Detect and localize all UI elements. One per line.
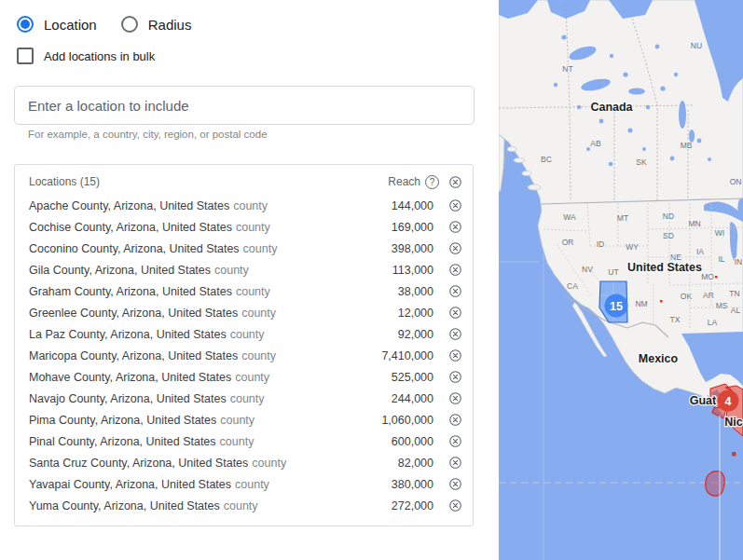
svg-text:BC: BC bbox=[541, 155, 552, 164]
remove-location-button[interactable] bbox=[448, 263, 462, 277]
svg-text:MO: MO bbox=[701, 272, 714, 281]
location-reach-value: 272,000 bbox=[392, 499, 433, 512]
remove-circle-icon bbox=[448, 370, 462, 384]
svg-text:SD: SD bbox=[663, 231, 674, 240]
svg-text:UT: UT bbox=[608, 267, 618, 277]
remove-location-button[interactable] bbox=[448, 198, 462, 212]
location-targeting-panel: Location Radius Add locations in bulk Fo… bbox=[0, 0, 499, 560]
remove-location-button[interactable] bbox=[448, 241, 462, 255]
label-guatemala: Guat bbox=[690, 394, 717, 407]
locations-panel-header: Locations (15) Reach ? bbox=[15, 165, 473, 192]
svg-text:MT: MT bbox=[617, 213, 628, 223]
remove-location-button[interactable] bbox=[448, 284, 462, 298]
location-row: Yavapai County, Arizona, United Statesco… bbox=[15, 473, 473, 495]
remove-circle-icon bbox=[448, 499, 462, 512]
remove-location-button[interactable] bbox=[448, 477, 462, 491]
svg-text:ND: ND bbox=[663, 212, 674, 221]
help-icon[interactable]: ? bbox=[425, 175, 439, 189]
location-row: La Paz County, Arizona, United Statescou… bbox=[15, 323, 473, 345]
label-nicaragua: Nic bbox=[724, 416, 743, 429]
svg-text:OK: OK bbox=[681, 292, 693, 301]
location-search-input[interactable] bbox=[14, 86, 475, 125]
location-name: Greenlee County, Arizona, United States bbox=[29, 307, 238, 320]
location-type: county bbox=[220, 414, 255, 427]
location-reach-value: 525,000 bbox=[392, 371, 433, 384]
label-canada: Canada bbox=[590, 101, 633, 114]
radio-option-location[interactable]: Location bbox=[17, 16, 97, 33]
svg-text:MB: MB bbox=[681, 141, 693, 150]
remove-circle-icon bbox=[448, 263, 462, 277]
excluded-region-island[interactable] bbox=[706, 471, 724, 496]
location-name: Cochise County, Arizona, United States bbox=[29, 221, 232, 234]
remove-location-button[interactable] bbox=[448, 327, 462, 341]
svg-text:AR: AR bbox=[703, 291, 714, 300]
svg-text:TX: TX bbox=[670, 315, 681, 324]
remove-location-button[interactable] bbox=[448, 370, 462, 384]
location-row: Gila County, Arizona, United Statescount… bbox=[15, 259, 473, 280]
location-type: county bbox=[236, 221, 270, 234]
remove-location-button[interactable] bbox=[448, 306, 462, 320]
location-reach-value: 244,000 bbox=[392, 392, 433, 405]
radio-label-location: Location bbox=[44, 17, 97, 33]
location-reach-value: 144,000 bbox=[392, 199, 433, 212]
location-row: Greenlee County, Arizona, United Statesc… bbox=[15, 302, 473, 323]
radio-option-radius[interactable]: Radius bbox=[121, 16, 192, 33]
svg-text:WY: WY bbox=[626, 242, 639, 252]
remove-circle-icon bbox=[448, 477, 462, 491]
location-name: Gila County, Arizona, United States bbox=[29, 264, 211, 277]
svg-text:MN: MN bbox=[688, 219, 700, 228]
remove-circle-icon bbox=[448, 306, 462, 320]
remove-circle-icon bbox=[448, 456, 462, 470]
checkbox-icon bbox=[17, 48, 34, 64]
bulk-checkbox-label: Add locations in bulk bbox=[44, 49, 155, 63]
remove-location-button[interactable] bbox=[448, 413, 462, 427]
location-name: Graham County, Arizona, United States bbox=[29, 285, 232, 298]
location-name: Navajo County, Arizona, United States bbox=[29, 392, 227, 405]
radio-label-radius: Radius bbox=[148, 17, 192, 33]
location-name: Mohave County, Arizona, United States bbox=[29, 371, 231, 384]
svg-text:IN: IN bbox=[735, 257, 743, 266]
location-reach-value: 169,000 bbox=[392, 221, 433, 234]
remove-location-button[interactable] bbox=[448, 456, 462, 470]
remove-circle-icon bbox=[448, 434, 462, 448]
location-type: county bbox=[241, 349, 276, 362]
location-reach-value: 38,000 bbox=[398, 285, 433, 298]
location-row: Santa Cruz County, Arizona, United State… bbox=[15, 452, 473, 473]
remove-location-button[interactable] bbox=[448, 348, 462, 362]
location-type: county bbox=[236, 285, 270, 298]
mode-radio-group: Location Radius bbox=[17, 16, 191, 33]
locations-count-label: Locations (15) bbox=[29, 175, 100, 188]
svg-text:NU: NU bbox=[691, 41, 702, 50]
location-reach-value: 398,000 bbox=[392, 242, 433, 255]
remove-location-button[interactable] bbox=[448, 434, 462, 448]
remove-location-button[interactable] bbox=[448, 499, 462, 512]
location-type: county bbox=[235, 478, 269, 491]
svg-text:NM: NM bbox=[635, 299, 647, 308]
excluded-cluster-badge[interactable]: 4 bbox=[718, 390, 739, 412]
svg-text:AL: AL bbox=[731, 306, 741, 315]
remove-location-button[interactable] bbox=[448, 391, 462, 405]
label-united-states: United States bbox=[627, 261, 702, 274]
location-name: Yavapai County, Arizona, United States bbox=[29, 478, 231, 491]
location-reach-value: 82,000 bbox=[398, 457, 433, 470]
location-type: county bbox=[252, 457, 286, 470]
remove-circle-icon bbox=[448, 391, 462, 405]
location-name: Pima County, Arizona, United States bbox=[29, 414, 216, 427]
svg-text:IA: IA bbox=[696, 247, 704, 256]
locations-list: Apache County, Arizona, United Statescou… bbox=[15, 192, 473, 516]
map-canvas[interactable]: NT NU BC AB SK MB ON WA MT ND MN WI OR I… bbox=[499, 0, 743, 560]
svg-text:WA: WA bbox=[563, 212, 576, 222]
location-row: Graham County, Arizona, United Statescou… bbox=[15, 280, 473, 302]
bulk-locations-checkbox[interactable]: Add locations in bulk bbox=[17, 48, 155, 64]
location-row: Cochise County, Arizona, United Statesco… bbox=[15, 216, 473, 238]
remove-circle-icon bbox=[448, 284, 462, 298]
red-dot-marker bbox=[732, 452, 736, 457]
selected-cluster-badge[interactable]: 15 bbox=[605, 294, 628, 318]
remove-all-locations-button[interactable] bbox=[448, 175, 462, 189]
location-name: Apache County, Arizona, United States bbox=[29, 199, 229, 212]
remove-location-button[interactable] bbox=[448, 220, 462, 234]
location-row: Navajo County, Arizona, United Statescou… bbox=[15, 388, 473, 409]
location-reach-value: 92,000 bbox=[398, 328, 433, 341]
svg-text:TN: TN bbox=[729, 289, 739, 298]
location-type: county bbox=[233, 199, 268, 212]
